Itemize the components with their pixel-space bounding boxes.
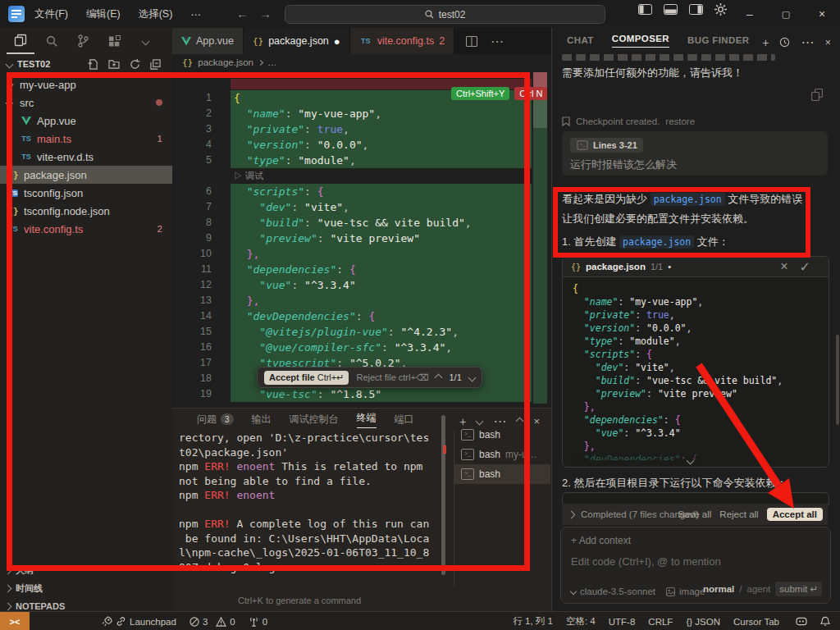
explorer-item-tsconfig.json[interactable]: TStsconfig.json (0, 184, 172, 202)
image-button[interactable]: image (679, 587, 705, 596)
explorer-item-src[interactable]: src (0, 94, 172, 112)
next-diff-icon[interactable] (468, 373, 476, 381)
terminal-session-1[interactable]: >_bash (454, 425, 550, 445)
tab-bug-finder[interactable]: BUG FINDER (687, 35, 750, 45)
model-selector[interactable]: claude-3.5-sonnet (580, 587, 655, 596)
menu-item-1[interactable]: 编辑(E) (86, 7, 121, 21)
more-views-chevron-icon[interactable] (131, 29, 159, 53)
new-composer-icon[interactable]: + (762, 36, 769, 49)
status-item-4[interactable]: {} JSON (686, 617, 720, 627)
panel-tab-问题[interactable]: 问题3 (197, 413, 234, 427)
reject-file-button[interactable]: Reject file ctrl+⌫ (356, 372, 428, 383)
refresh-icon[interactable] (130, 59, 140, 70)
history-icon[interactable] (779, 37, 790, 48)
cursor-tab-ai-icon[interactable] (796, 616, 807, 627)
add-context-button[interactable]: + Add context (571, 535, 830, 546)
terminal-scrollbar[interactable] (441, 415, 445, 575)
panel-tab-调试控制台[interactable]: 调试控制台 (290, 413, 339, 427)
extensions-icon[interactable] (100, 29, 128, 53)
reject-all-button[interactable]: Reject all (719, 509, 758, 519)
status-item-2[interactable]: UTF-8 (609, 617, 636, 627)
panel-tab-端口[interactable]: 端口 (395, 413, 414, 427)
menu-bar[interactable]: 文件(F)编辑(E)选择(S)⋯ (34, 0, 219, 28)
status-item-3[interactable]: CRLF (648, 617, 673, 627)
notifications-bell-icon[interactable] (820, 616, 830, 627)
status-item-1[interactable]: 空格: 4 (566, 615, 596, 628)
reject-shortcut-badge[interactable]: Ctrl N (514, 87, 547, 100)
outline-section-header[interactable]: 大纲 (0, 561, 171, 579)
code-editor[interactable]: 12345 678910111213141516171819 { "name":… (172, 71, 551, 408)
modified-dot[interactable]: ● (334, 35, 340, 48)
explorer-item-tsconfig.node.json[interactable]: {}tsconfig.node.json (0, 202, 172, 220)
tab-composer[interactable]: COMPOSER (612, 34, 669, 48)
nav-back-button[interactable]: ← (236, 7, 249, 21)
window-maximize-button[interactable]: ▢ (774, 3, 797, 25)
mode-normal[interactable]: normal (703, 584, 734, 594)
accept-all-button[interactable]: Accept all (767, 508, 823, 521)
source-control-icon[interactable] (69, 29, 97, 53)
settings-gear-icon[interactable] (714, 3, 727, 16)
window-minimize-button[interactable]: – (738, 3, 761, 25)
codelens-debug[interactable]: ▷ 调试 (231, 168, 532, 184)
remote-indicator[interactable]: >< (0, 612, 30, 630)
minimap[interactable] (533, 72, 547, 404)
composer-more-icon[interactable]: ⋯ (801, 34, 814, 50)
tab-app-vue[interactable]: App.vue (172, 28, 244, 54)
terminal-session-2[interactable]: >_bashmy-u… (454, 445, 550, 464)
command-search-input[interactable]: test02 (285, 5, 605, 24)
search-activity-icon[interactable] (38, 29, 66, 53)
ports-indicator[interactable]: 0 (249, 617, 267, 627)
launchpad-button[interactable]: Launchpad (102, 616, 176, 627)
restore-button[interactable]: restore (665, 116, 695, 126)
accept-shortcut-badge[interactable]: Ctrl+Shift+Y (451, 87, 509, 100)
breadcrumb[interactable]: {} package.json … (172, 54, 561, 71)
accept-block-icon[interactable]: ✓ (800, 259, 810, 275)
mode-agent[interactable]: agent (747, 584, 771, 594)
menu-item-3[interactable]: ⋯ (190, 8, 201, 21)
explorer-item-vite.config.ts[interactable]: TSvite.config.ts2 (0, 220, 172, 238)
toggle-left-sidebar-icon[interactable] (638, 4, 652, 15)
panel-tab-终端[interactable]: 终端 (357, 411, 377, 428)
image-icon[interactable] (666, 587, 675, 596)
tab-chat[interactable]: CHAT (567, 35, 594, 45)
explorer-activity-icon[interactable] (7, 28, 34, 54)
terminal-output[interactable]: rectory, open 'D:\z-practice\cursor\test… (179, 431, 429, 574)
terminal-session-3[interactable]: >_bash (454, 464, 550, 484)
explorer-item-package.json[interactable]: {}package.json (0, 166, 172, 184)
composer-scrollbar[interactable] (836, 335, 839, 425)
panel-maximize-icon[interactable] (516, 418, 524, 426)
nav-forward-button[interactable]: → (259, 7, 272, 21)
menu-item-2[interactable]: 选择(S) (139, 7, 173, 21)
status-item-0[interactable]: 行 1, 列 1 (513, 615, 553, 628)
split-editor-icon[interactable] (466, 36, 477, 47)
copy-message-icon[interactable] (811, 89, 823, 101)
panel-tab-输出[interactable]: 输出 (252, 413, 272, 427)
tab-actions-more-icon[interactable]: ⋯ (491, 34, 504, 49)
timeline-section-header[interactable]: 时间线 (0, 579, 171, 597)
toggle-panel-icon[interactable] (664, 4, 678, 15)
explorer-item-main.ts[interactable]: TSmain.ts1 (0, 130, 172, 148)
window-close-button[interactable]: × (810, 3, 833, 25)
explorer-section-header[interactable]: TEST02 (0, 54, 172, 74)
expand-code-chevron-icon[interactable] (687, 452, 693, 467)
submit-button[interactable]: submit ↵ (775, 582, 822, 596)
composer-close-icon[interactable]: × (824, 36, 831, 48)
prev-diff-icon[interactable] (435, 373, 443, 381)
terminal-dropdown-icon[interactable] (476, 418, 484, 426)
status-item-5[interactable]: Cursor Tab (733, 617, 779, 627)
tab-package-json[interactable]: {} package.json ● (244, 28, 350, 54)
explorer-item-my-vue-app[interactable]: my-vue-app (0, 75, 172, 94)
new-file-icon[interactable] (88, 59, 98, 70)
menu-item-0[interactable]: 文件(F) (34, 7, 68, 21)
reject-block-icon[interactable]: × (780, 259, 788, 274)
problems-indicator[interactable]: 3 0 (189, 617, 235, 627)
save-all-button[interactable]: Save all (678, 509, 711, 519)
accept-file-button[interactable]: Accept file Ctrl+↵ (264, 371, 349, 385)
explorer-item-vite-env.d.ts[interactable]: TSvite-env.d.ts (0, 148, 172, 166)
tab-vite-config[interactable]: TS vite.config.ts 2 (350, 28, 454, 54)
explorer-item-App.vue[interactable]: App.vue (0, 112, 172, 130)
composer-input[interactable]: + Add context Edit code (Ctrl+I), @ to m… (560, 527, 831, 604)
toggle-right-sidebar-icon[interactable] (689, 4, 703, 15)
new-folder-icon[interactable] (108, 59, 120, 69)
collapse-folders-icon[interactable] (150, 59, 161, 70)
